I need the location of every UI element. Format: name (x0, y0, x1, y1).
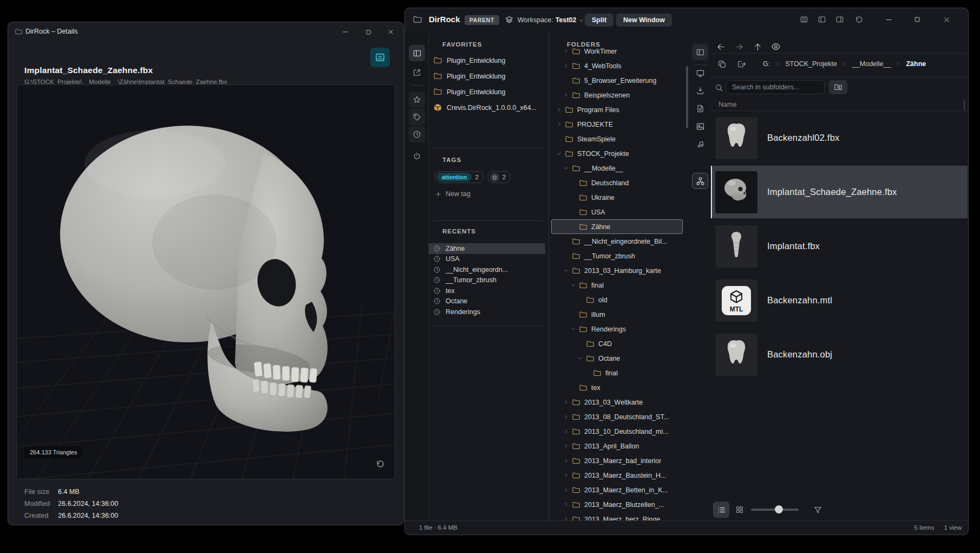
file-row[interactable]: MTL Backenzahn.mtl (711, 274, 968, 327)
tree-folder-row[interactable]: WorkTimer (551, 47, 683, 58)
close-button[interactable] (380, 22, 402, 42)
tree-folder-row[interactable]: 2013_Maerz_Baustein_H... (551, 468, 683, 483)
tree-folder-row[interactable]: SteamSpiele (551, 132, 683, 146)
recent-item[interactable]: __Nicht_eingeordn... (429, 264, 545, 275)
tree-folder-row[interactable]: final (551, 366, 683, 380)
breadcrumb-segment[interactable]: __Modelle__ (852, 60, 891, 68)
expand-chevron[interactable] (562, 76, 570, 84)
back-button[interactable] (713, 40, 728, 54)
tree-folder-row[interactable]: 2013_Maerz_bad_interior (551, 453, 683, 468)
details-titlebar[interactable]: DirRock – Details (8, 22, 403, 42)
expand-chevron[interactable] (562, 486, 570, 494)
panels-toggle-button[interactable] (409, 45, 425, 61)
tree-folder-row[interactable]: illum (551, 307, 683, 322)
recent-item[interactable]: Octane (429, 296, 545, 307)
filter-documents-button[interactable] (692, 100, 708, 116)
maximize-button[interactable] (910, 13, 924, 26)
collapse-panel-button[interactable] (692, 44, 708, 60)
tree-folder-row[interactable]: 2013_03_Weltkarte (551, 395, 683, 409)
expand-chevron[interactable] (576, 296, 584, 304)
open-external-button[interactable] (409, 64, 425, 81)
expand-chevron[interactable] (583, 369, 591, 377)
slider-knob[interactable] (775, 505, 783, 513)
column-header-row[interactable]: Name (711, 99, 968, 110)
maximize-button[interactable] (357, 22, 380, 42)
filter-downloads-button[interactable] (692, 82, 708, 99)
tree-folder-row[interactable]: Deutschland (551, 175, 683, 190)
recent-item[interactable]: __Tumor_zbrush (429, 275, 545, 286)
tree-folder-row[interactable]: 2013_Maerz_Betten_in_K... (551, 483, 683, 497)
favorites-section-button[interactable] (409, 92, 425, 108)
favorite-item[interactable]: Plugin_Entwicklung (429, 68, 548, 84)
expand-chevron[interactable] (569, 179, 577, 187)
file-row[interactable]: Backenzahn.obj (711, 328, 968, 381)
tree-folder-row[interactable]: tex (551, 380, 683, 395)
tree-folder-row[interactable]: 2013_Maerz_Blutzellen_... (551, 497, 683, 512)
tree-folder-row[interactable]: Octane (551, 351, 683, 366)
filter-images-button[interactable] (692, 118, 708, 134)
tree-folder-row[interactable]: old (551, 292, 683, 307)
tags-section-button[interactable] (409, 109, 425, 125)
expand-chevron[interactable] (562, 457, 570, 465)
expand-chevron[interactable] (569, 310, 577, 318)
main-titlebar[interactable]: DirRock PARENT Workspace: Test02 Split N… (405, 8, 968, 31)
grid-view-button[interactable] (731, 502, 748, 518)
forward-button[interactable] (731, 40, 747, 54)
expand-chevron[interactable] (562, 91, 570, 99)
expand-chevron[interactable] (562, 266, 570, 275)
expand-chevron[interactable] (576, 340, 584, 348)
expand-chevron[interactable] (576, 354, 584, 362)
expand-chevron[interactable] (562, 164, 570, 172)
tree-folder-row[interactable]: Beispielszenen (551, 88, 683, 102)
thumbnail-size-slider[interactable] (751, 509, 799, 511)
expand-chevron[interactable] (555, 135, 563, 143)
preview-toggle-button[interactable] (768, 40, 783, 54)
tree-folder-row[interactable]: 2013_April_Ballon (551, 439, 683, 453)
tag-attention[interactable]: attention 2 (435, 171, 484, 183)
recent-item[interactable]: Renderings (429, 307, 545, 317)
recent-item[interactable]: tex (429, 285, 545, 296)
minimize-button[interactable] (881, 13, 896, 26)
expand-chevron[interactable] (569, 223, 577, 231)
layout-left-panel-button[interactable] (815, 13, 829, 26)
tree-folder-row[interactable]: __Tumor_zbrush (551, 249, 683, 263)
expand-chevron[interactable] (569, 208, 577, 216)
list-view-button[interactable] (713, 502, 729, 518)
favorite-item[interactable]: Plugin_Entwicklung (429, 53, 548, 68)
file-row[interactable]: Implantat_Schaede_Zaehne.fbx (711, 166, 968, 218)
tree-scrollbar[interactable] (686, 66, 688, 128)
file-row[interactable]: Backenzahl02.fbx (711, 112, 968, 164)
expand-chevron[interactable] (562, 413, 570, 421)
minimize-button[interactable] (334, 22, 357, 42)
expand-chevron[interactable] (569, 325, 577, 333)
layout-three-columns-button[interactable] (797, 13, 811, 26)
filter-music-button[interactable] (692, 136, 708, 152)
expand-chevron[interactable] (562, 237, 570, 245)
tree-folder-row[interactable]: 2013_08_Deutschland_ST... (551, 409, 683, 424)
filter-apps-button[interactable] (692, 65, 708, 81)
expand-chevron[interactable] (562, 47, 570, 55)
workspace-selector[interactable]: Workspace: Test02 (518, 16, 584, 24)
column-resize-handle[interactable] (964, 100, 965, 110)
reload-button[interactable] (852, 13, 866, 26)
tree-folder-row[interactable]: 4_WebTools (551, 58, 683, 73)
expand-chevron[interactable] (562, 62, 570, 70)
tree-folder-row[interactable]: 2013_10_Deutschland_mi... (551, 424, 683, 439)
favorite-item[interactable]: Plugin_Entwicklung (429, 84, 548, 100)
tree-folder-row[interactable]: Program Files (551, 102, 683, 117)
split-button[interactable]: Split (585, 14, 613, 27)
file-row[interactable]: Implantat.fbx (711, 220, 968, 272)
power-button[interactable] (409, 148, 425, 164)
tree-folder-row[interactable]: C4D (551, 336, 683, 351)
up-button[interactable] (750, 40, 765, 54)
expand-chevron[interactable] (562, 252, 570, 260)
tree-folder-row[interactable]: 2013_03_Hamburg_karte (551, 263, 683, 278)
copy-button[interactable] (714, 57, 729, 71)
expand-chevron[interactable] (562, 398, 570, 406)
breadcrumb-segment[interactable]: STOCK_Projekte (785, 60, 837, 68)
expand-chevron[interactable] (562, 471, 570, 479)
recent-item[interactable]: Zähne (429, 243, 545, 254)
expand-chevron[interactable] (562, 500, 570, 509)
tree-folder-row[interactable]: __Nicht_eingeordnete_Bil... (551, 234, 683, 249)
search-in-folder-button[interactable] (829, 80, 847, 94)
